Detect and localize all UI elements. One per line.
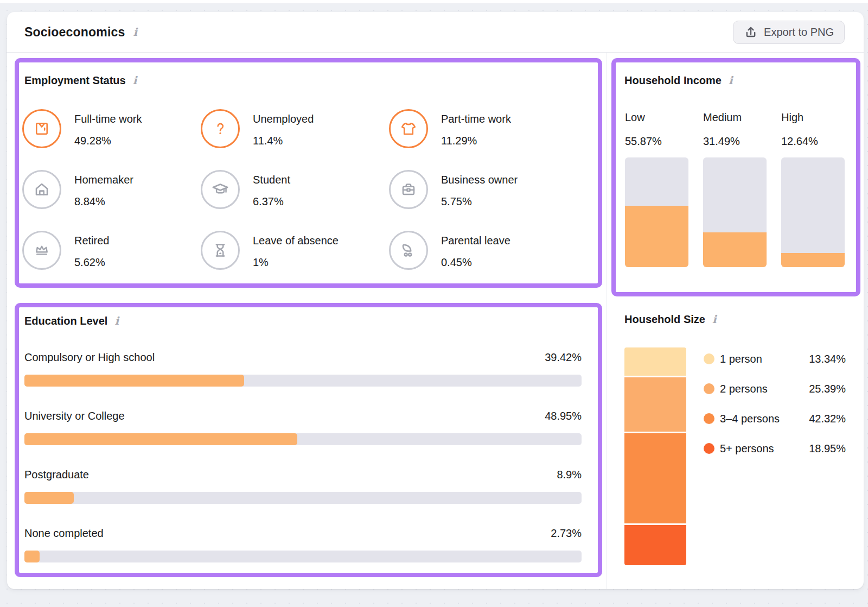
crown-icon — [22, 231, 61, 270]
education-label: University or College — [24, 409, 125, 423]
income-value: 55.87% — [625, 134, 688, 148]
education-value: 48.95% — [545, 409, 582, 423]
legend-value: 25.39% — [809, 380, 846, 398]
employment-item-student: Student 6.37% — [201, 170, 389, 231]
employment-value: 8.84% — [74, 194, 133, 208]
stroller-icon — [389, 231, 428, 270]
legend-label: 1 person — [720, 350, 786, 368]
income-column-low: Low 55.87% — [625, 110, 688, 267]
employment-title: Employment Status — [24, 73, 126, 87]
education-level-panel: Education Level i Compulsory or High sch… — [15, 303, 602, 577]
export-to-png-button[interactable]: Export to PNG — [733, 21, 845, 44]
education-row-university: University or College 48.95% — [24, 409, 582, 445]
income-bars: Low 55.87% Medium 31.49% High 12.64% — [625, 110, 856, 267]
legend-dot — [704, 383, 714, 394]
legend-dot — [704, 353, 714, 364]
employment-label: Full-time work — [74, 112, 142, 126]
education-bar — [24, 551, 582, 562]
employment-label: Part-time work — [441, 112, 511, 126]
export-button-label: Export to PNG — [764, 26, 834, 39]
education-value: 39.42% — [545, 350, 582, 364]
employment-label: Retired — [74, 233, 109, 248]
education-bar — [24, 375, 582, 387]
education-bar-fill — [24, 492, 74, 504]
income-bar-medium — [703, 157, 767, 267]
employment-label: Business owner — [441, 173, 518, 187]
household-size-title: Household Size — [624, 312, 705, 326]
legend-value: 18.95% — [809, 439, 846, 458]
education-value: 2.73% — [551, 526, 582, 540]
socioeconomics-card: Socioeconomics i Export to PNG Employmen… — [7, 12, 864, 589]
employment-item-parttime: Part-time work 11.29% — [389, 109, 598, 170]
briefcase-icon — [389, 170, 428, 209]
income-bar-fill — [781, 253, 845, 267]
info-icon[interactable]: i — [133, 27, 138, 37]
upload-icon — [744, 25, 758, 39]
question-mark-icon — [201, 109, 240, 148]
education-label: Postgraduate — [24, 467, 89, 482]
employment-item-unemployed: Unemployed 11.4% — [201, 109, 389, 170]
employment-label: Leave of absence — [253, 233, 339, 248]
education-bar-fill — [24, 375, 244, 387]
legend-label: 5+ persons — [720, 439, 786, 458]
income-value: 12.64% — [781, 134, 845, 148]
employment-value: 1% — [253, 255, 339, 269]
employment-value: 0.45% — [441, 255, 510, 269]
income-bar-fill — [625, 206, 688, 267]
education-label: None completed — [24, 526, 104, 540]
shirt-icon — [22, 109, 61, 148]
income-column-medium: Medium 31.49% — [703, 110, 767, 267]
employment-value: 49.28% — [74, 134, 142, 148]
employment-item-parental-leave: Parental leave 0.45% — [389, 231, 598, 292]
employment-status-panel: Employment Status i Full-time work 49.28… — [15, 58, 602, 288]
legend-row: 1 person 13.34% — [704, 350, 846, 368]
education-row-postgraduate: Postgraduate 8.9% — [24, 467, 582, 504]
education-row-none: None completed 2.73% — [24, 526, 582, 562]
legend-row: 2 persons 25.39% — [704, 380, 846, 398]
legend-dot — [704, 413, 714, 424]
employment-value: 11.4% — [253, 134, 314, 148]
employment-item-retired: Retired 5.62% — [22, 231, 201, 292]
employment-item-business-owner: Business owner 5.75% — [389, 170, 598, 231]
legend-label: 3–4 persons — [720, 409, 786, 428]
employment-info-icon[interactable]: i — [133, 75, 137, 86]
size-segment-1-person — [624, 347, 686, 376]
education-bar-fill — [24, 433, 297, 445]
employment-value: 6.37% — [253, 194, 290, 208]
income-bar-fill — [703, 232, 767, 267]
size-segment-5plus-persons — [624, 525, 686, 565]
income-bar-low — [625, 157, 688, 267]
graduation-cap-icon — [201, 170, 240, 209]
education-bar-fill — [24, 551, 40, 562]
employment-item-fulltime: Full-time work 49.28% — [22, 109, 201, 170]
legend-row: 5+ persons 18.95% — [704, 439, 846, 458]
size-segment-2-persons — [624, 377, 686, 432]
hourglass-icon — [201, 231, 240, 270]
education-title: Education Level — [24, 314, 107, 328]
income-label: Medium — [703, 110, 767, 124]
employment-label: Student — [253, 173, 290, 187]
education-row-compulsory: Compulsory or High school 39.42% — [24, 350, 582, 387]
employment-value: 5.62% — [74, 255, 109, 269]
household-size-panel: Household Size i 1 person 13.34% 2 perso… — [616, 300, 846, 577]
income-label: High — [781, 110, 845, 124]
household-income-info-icon[interactable]: i — [729, 75, 733, 86]
education-value: 8.9% — [557, 467, 582, 482]
column-divider — [607, 53, 607, 589]
house-icon — [22, 170, 61, 209]
legend-value: 42.32% — [809, 409, 846, 428]
household-income-panel: Household Income i Low 55.87% Medium 31.… — [611, 58, 860, 296]
employment-label: Homemaker — [74, 173, 133, 187]
employment-value: 11.29% — [441, 134, 511, 148]
household-size-info-icon[interactable]: i — [712, 314, 717, 325]
employment-label: Parental leave — [441, 233, 510, 248]
household-income-title: Household Income — [624, 73, 722, 87]
size-segment-3-4-persons — [624, 433, 686, 523]
income-label: Low — [625, 110, 688, 124]
income-value: 31.49% — [703, 134, 767, 148]
legend-row: 3–4 persons 42.32% — [704, 409, 846, 428]
education-info-icon[interactable]: i — [114, 315, 119, 326]
page-title: Socioeconomics — [24, 25, 125, 40]
household-size-legend: 1 person 13.34% 2 persons 25.39% 3–4 per… — [704, 347, 846, 565]
employment-grid: Full-time work 49.28% Unemployed 11.4% — [22, 109, 598, 292]
